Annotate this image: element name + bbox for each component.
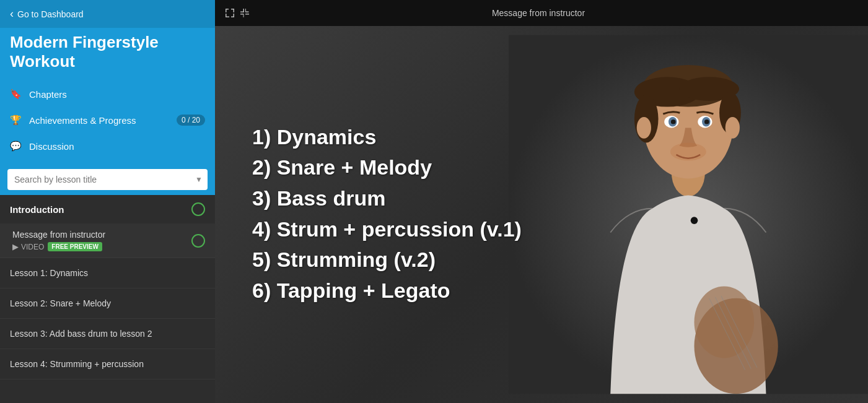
- lesson2-label: Lesson 2: Snare + Melody: [10, 298, 111, 308]
- video-line-6: 6) Tapping + Legato: [252, 276, 831, 306]
- sidebar-item-chapters[interactable]: 🔖 Chapters: [0, 81, 215, 107]
- trophy-icon: 🏆: [10, 115, 22, 126]
- sidebar-item-achievements[interactable]: 🏆 Achievements & Progress 0 / 20: [0, 107, 215, 133]
- main-content: Message from instructor 1) Dynamics 2) S…: [215, 0, 868, 403]
- back-nav-button[interactable]: ‹ Go to Dashboard: [0, 0, 215, 28]
- fullscreen-svg: [225, 8, 235, 18]
- search-container: ▼: [0, 164, 215, 195]
- chapter-introduction[interactable]: Introduction: [0, 195, 215, 223]
- video-line-5: 5) Strumming (v.2): [252, 245, 831, 275]
- sidebar: ‹ Go to Dashboard Modern Fingerstyle Wor…: [0, 0, 215, 403]
- back-arrow-icon: ‹: [10, 7, 14, 20]
- lesson-list: Introduction Message from instructor ▶ V…: [0, 195, 215, 403]
- free-preview-badge: FREE PREVIEW: [48, 242, 102, 251]
- lesson-sub-circle: [191, 234, 205, 248]
- chapter-intro-label: Introduction: [10, 204, 64, 215]
- collapse-svg: [240, 8, 250, 18]
- video-label-text: VIDEO: [21, 243, 44, 251]
- video-area: 1) Dynamics 2) Snare + Melody 3) Bass dr…: [215, 26, 868, 403]
- video-topbar-title: Message from instructor: [492, 8, 585, 18]
- chat-icon: 💬: [10, 141, 22, 152]
- lesson-sub-meta: ▶ VIDEO FREE PREVIEW: [12, 242, 105, 251]
- video-camera-icon: ▶: [12, 242, 19, 251]
- list-item-lesson1[interactable]: Lesson 1: Dynamics: [0, 258, 215, 288]
- video-text-content: 1) Dynamics 2) Snare + Melody 3) Bass dr…: [215, 98, 868, 332]
- expand-icon[interactable]: [225, 8, 235, 18]
- lesson-sub-content: Message from instructor ▶ VIDEO FREE PRE…: [12, 230, 105, 251]
- video-line-4: 4) Strum + percussion (v.1): [252, 215, 831, 245]
- video-line-1: 1) Dynamics: [252, 123, 831, 152]
- video-line-2: 2) Snare + Melody: [252, 153, 831, 183]
- sidebar-navigation: 🔖 Chapters 🏆 Achievements & Progress 0 /…: [0, 81, 215, 164]
- video-controls-left: [225, 8, 250, 18]
- achievements-label: Achievements & Progress: [29, 115, 136, 126]
- collapse-icon[interactable]: [240, 8, 250, 18]
- sidebar-item-discussion[interactable]: 💬 Discussion: [0, 133, 215, 159]
- course-title: Modern Fingerstyle Workout: [0, 28, 215, 81]
- lesson-sub-title: Message from instructor: [12, 230, 105, 240]
- list-item-lesson3[interactable]: Lesson 3: Add bass drum to lesson 2: [0, 319, 215, 349]
- search-wrapper: ▼: [7, 169, 208, 190]
- lesson4-label: Lesson 4: Strumming + percussion: [10, 359, 144, 369]
- achievements-badge: 0 / 20: [177, 115, 205, 126]
- lesson3-label: Lesson 3: Add bass drum to lesson 2: [10, 329, 152, 339]
- list-item-lesson2[interactable]: Lesson 2: Snare + Melody: [0, 288, 215, 319]
- lesson1-label: Lesson 1: Dynamics: [10, 268, 88, 278]
- back-nav-label: Go to Dashboard: [17, 9, 84, 19]
- chapters-label: Chapters: [29, 89, 67, 100]
- video-line-3: 3) Bass drum: [252, 184, 831, 214]
- video-type-label: ▶ VIDEO: [12, 242, 44, 251]
- search-input[interactable]: [7, 169, 208, 190]
- video-topbar: Message from instructor: [215, 0, 868, 26]
- list-item-lesson4[interactable]: Lesson 4: Strumming + percussion: [0, 349, 215, 379]
- chapter-intro-circle: [191, 202, 205, 216]
- bookmark-icon: 🔖: [10, 89, 22, 100]
- lesson-sub-item-message[interactable]: Message from instructor ▶ VIDEO FREE PRE…: [0, 223, 215, 258]
- discussion-label: Discussion: [29, 141, 74, 152]
